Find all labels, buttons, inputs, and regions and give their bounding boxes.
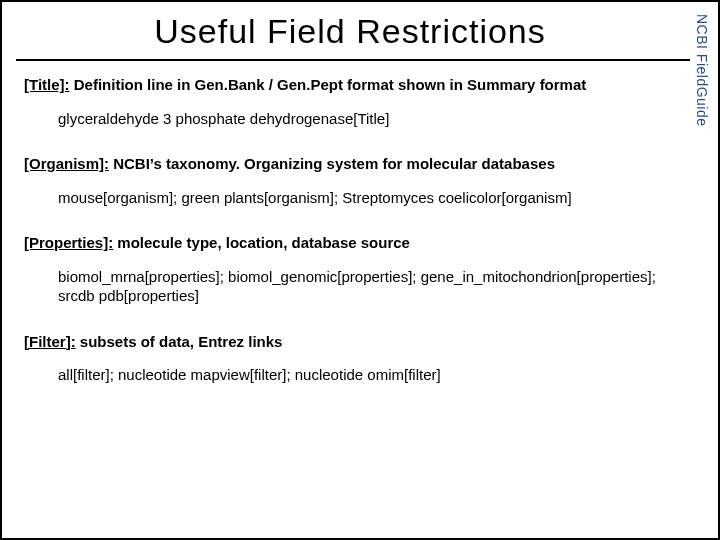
field-heading-title: [Title]: Definition line in Gen.Bank / G…: [24, 75, 668, 95]
content-area: [Title]: Definition line in Gen.Bank / G…: [2, 61, 718, 385]
field-heading-filter: [Filter]: subsets of data, Entrez links: [24, 332, 668, 352]
slide-frame: Useful Field Restrictions NCBI FieldGuid…: [0, 0, 720, 540]
field-example-organism: mouse[organism]; green plants[organism];…: [58, 188, 668, 208]
page-title: Useful Field Restrictions: [2, 2, 718, 59]
side-label: NCBI FieldGuide: [694, 14, 710, 127]
field-tag-properties: [Properties]:: [24, 234, 113, 251]
field-example-title: glyceraldehyde 3 phosphate dehydrogenase…: [58, 109, 668, 129]
field-tag-organism: [Organism]:: [24, 155, 109, 172]
field-tag-title: [Title]:: [24, 76, 70, 93]
field-desc-properties: molecule type, location, database source: [117, 234, 410, 251]
field-block-organism: [Organism]: NCBI’s taxonomy. Organizing …: [24, 154, 668, 207]
field-desc-title: Definition line in Gen.Bank / Gen.Pept f…: [74, 76, 587, 93]
field-heading-properties: [Properties]: molecule type, location, d…: [24, 233, 668, 253]
field-block-title: [Title]: Definition line in Gen.Bank / G…: [24, 75, 668, 128]
field-example-properties: biomol_mrna[properties]; biomol_genomic[…: [58, 267, 668, 306]
field-block-properties: [Properties]: molecule type, location, d…: [24, 233, 668, 306]
field-heading-organism: [Organism]: NCBI’s taxonomy. Organizing …: [24, 154, 668, 174]
field-desc-filter: subsets of data, Entrez links: [80, 333, 283, 350]
field-block-filter: [Filter]: subsets of data, Entrez links …: [24, 332, 668, 385]
field-example-filter: all[filter]; nucleotide mapview[filter];…: [58, 365, 668, 385]
field-desc-organism: NCBI’s taxonomy. Organizing system for m…: [113, 155, 555, 172]
field-tag-filter: [Filter]:: [24, 333, 76, 350]
